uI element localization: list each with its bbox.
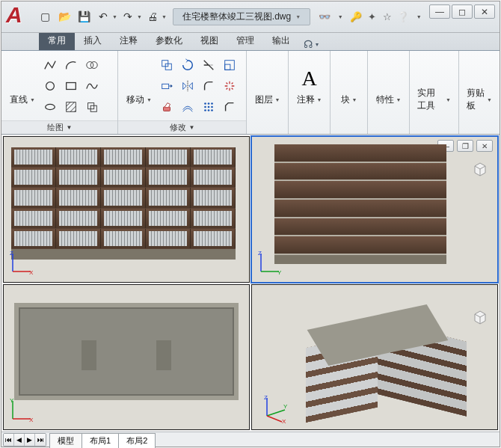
- window-controls: — ◻ ✕: [428, 4, 495, 19]
- print-icon[interactable]: 🖨: [144, 7, 162, 25]
- building-top: [14, 303, 239, 400]
- text-icon: A: [301, 66, 316, 91]
- mirror-icon[interactable]: [178, 76, 197, 96]
- layers-button[interactable]: 图层▼: [253, 63, 282, 109]
- help-dropdown-icon[interactable]: ▼: [412, 10, 425, 23]
- svg-point-7: [46, 104, 55, 109]
- open-icon[interactable]: 📂: [55, 7, 73, 25]
- stretch-icon[interactable]: [157, 76, 176, 96]
- minimize-button[interactable]: —: [429, 4, 450, 19]
- document-title-text: 住宅楼整体竣工三视图.dwg: [182, 10, 291, 23]
- viewport-iso[interactable]: ZYX: [251, 284, 498, 431]
- new-icon[interactable]: ▢: [36, 7, 54, 25]
- tab-nav-last-icon[interactable]: ⏭: [35, 434, 46, 446]
- tab-parametric[interactable]: 参数化: [147, 31, 191, 50]
- dropdown-icon[interactable]: ▼: [334, 10, 347, 23]
- tab-nav-next-icon[interactable]: ▶: [25, 434, 35, 446]
- move-label: 移动: [126, 93, 144, 106]
- viewcube-iso[interactable]: [470, 307, 490, 327]
- tab-layout1[interactable]: 布局1: [82, 433, 119, 448]
- viewport-top[interactable]: YX: [3, 284, 250, 431]
- viewcube-side[interactable]: [470, 159, 490, 179]
- print-dropdown-icon[interactable]: ▼: [162, 14, 167, 19]
- app-logo[interactable]: A: [7, 5, 30, 28]
- ribbon-expand-icon[interactable]: ☊ ▾: [304, 38, 319, 50]
- panel-draw-title[interactable]: 绘图▼: [1, 120, 117, 134]
- block-button[interactable]: 块▼: [336, 63, 361, 109]
- link-icon[interactable]: ✦: [365, 10, 378, 23]
- arc-icon[interactable]: [61, 55, 81, 75]
- region-icon[interactable]: [82, 97, 102, 117]
- tab-insert[interactable]: 插入: [75, 31, 111, 50]
- clipboard-label: 剪贴板: [467, 87, 485, 112]
- svg-point-25: [211, 109, 213, 111]
- drawing-close-button[interactable]: ✕: [476, 140, 493, 152]
- line-button[interactable]: 直线▼: [7, 63, 37, 109]
- svg-point-21: [208, 105, 210, 108]
- annotate-button[interactable]: A 注释▼: [295, 63, 324, 109]
- circle-icon[interactable]: [40, 76, 60, 96]
- panel-block: 块▼ .: [331, 51, 368, 134]
- ucs-side: ZY: [256, 249, 283, 277]
- panel-annotate: A 注释▼ .: [289, 51, 331, 134]
- utilities-button[interactable]: 实用工具▼: [416, 56, 452, 115]
- array-icon[interactable]: [199, 97, 218, 117]
- document-title[interactable]: 住宅楼整体竣工三视图.dwg ▼: [173, 8, 310, 25]
- hatch-icon[interactable]: [61, 97, 81, 117]
- trim-icon[interactable]: [199, 55, 218, 75]
- svg-point-17: [204, 102, 206, 105]
- circle-group-icon[interactable]: [82, 55, 102, 75]
- erase-icon[interactable]: [157, 97, 176, 117]
- rotate-icon[interactable]: [178, 55, 197, 75]
- save-icon[interactable]: 💾: [75, 7, 93, 25]
- svg-text:Y: Y: [10, 397, 14, 404]
- viewport-side[interactable]: — ❐ ✕ ZY: [251, 136, 498, 283]
- undo-icon[interactable]: ↶: [94, 7, 112, 25]
- titlebar: A ▢ 📂 💾 ↶▼ ↷▼ 🖨▼ 住宅楼整体竣工三视图.dwg ▼ 👓 ▼ 🔑 …: [1, 1, 500, 33]
- tab-output[interactable]: 输出: [263, 31, 299, 50]
- scale-icon[interactable]: [220, 55, 239, 75]
- rectangle-icon[interactable]: [61, 76, 81, 96]
- tab-model[interactable]: 模型: [49, 433, 82, 448]
- quick-access-toolbar: A ▢ 📂 💾 ↶▼ ↷▼ 🖨▼ 住宅楼整体竣工三视图.dwg ▼ 👓 ▼ 🔑 …: [7, 6, 494, 27]
- svg-text:Y: Y: [277, 269, 282, 276]
- tab-layout2[interactable]: 布局2: [118, 433, 156, 448]
- help-icon[interactable]: ❔: [396, 10, 410, 23]
- favorite-icon[interactable]: ☆: [381, 10, 394, 23]
- drawing-restore-button[interactable]: ❐: [457, 140, 473, 152]
- panel-utilities: 实用工具▼ .: [410, 51, 459, 134]
- offset-icon[interactable]: [178, 97, 197, 117]
- tab-nav-first-icon[interactable]: ⏮: [4, 434, 14, 446]
- svg-rect-15: [162, 84, 169, 88]
- polyline-icon[interactable]: [40, 55, 60, 75]
- annotate-label: 注释: [297, 93, 315, 106]
- tab-home[interactable]: 常用: [39, 31, 75, 50]
- line-label: 直线: [10, 93, 28, 106]
- tab-nav-prev-icon[interactable]: ◀: [14, 434, 25, 446]
- undo-dropdown-icon[interactable]: ▼: [112, 14, 117, 19]
- tab-manage[interactable]: 管理: [227, 31, 263, 50]
- viewport-front[interactable]: ZX: [3, 136, 250, 283]
- panel-modify-title[interactable]: 修改▼: [118, 120, 246, 134]
- spline-icon[interactable]: [82, 76, 102, 96]
- building-iso: [318, 315, 467, 427]
- redo-icon[interactable]: ↷: [119, 7, 137, 25]
- move-button[interactable]: 移动▼: [124, 63, 154, 109]
- close-button[interactable]: ✕: [474, 4, 495, 19]
- copy-icon[interactable]: [157, 55, 176, 75]
- fillet-icon[interactable]: [199, 76, 218, 96]
- redo-dropdown-icon[interactable]: ▼: [137, 14, 142, 19]
- viewport-area: ZX — ❐ ✕ ZY: [1, 135, 500, 432]
- properties-button[interactable]: 特性▼: [374, 63, 403, 109]
- chamfer-icon[interactable]: [220, 97, 239, 117]
- explode-icon[interactable]: [220, 76, 239, 96]
- clipboard-button[interactable]: 剪贴板▼: [465, 56, 494, 115]
- svg-text:Z: Z: [264, 394, 268, 401]
- tab-view[interactable]: 视图: [191, 31, 227, 50]
- binoculars-icon[interactable]: 👓: [318, 10, 331, 23]
- ellipse-icon[interactable]: [40, 97, 60, 117]
- key-icon[interactable]: 🔑: [349, 10, 363, 23]
- maximize-button[interactable]: ◻: [452, 4, 473, 19]
- svg-point-24: [208, 109, 210, 111]
- tab-annotate[interactable]: 注释: [111, 31, 147, 50]
